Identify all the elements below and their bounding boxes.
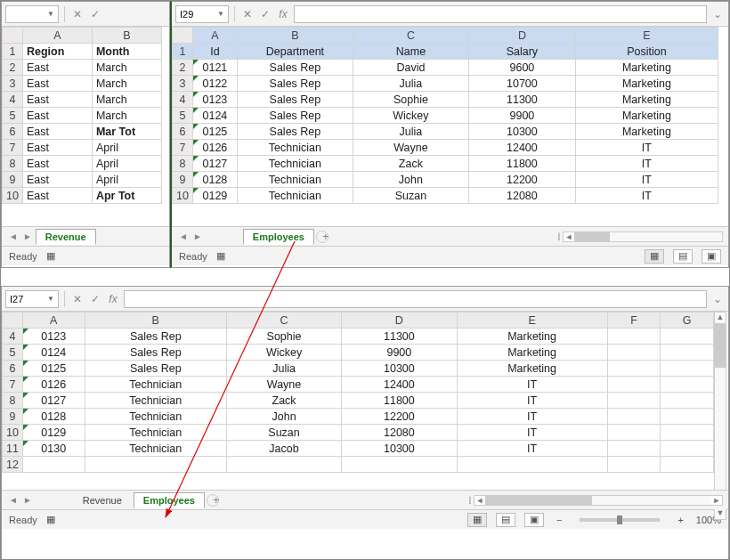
cell[interactable]: 0130	[22, 441, 85, 457]
cell[interactable]: John	[353, 172, 468, 188]
cell[interactable]: Wickey	[226, 345, 341, 361]
row-header[interactable]: 5	[173, 108, 193, 124]
cell[interactable]: Suzan	[353, 188, 468, 204]
name-box[interactable]: ▼	[5, 5, 59, 23]
cell[interactable]	[342, 457, 457, 473]
cell[interactable]: East	[22, 124, 92, 140]
col-header[interactable]: E	[457, 312, 607, 329]
row-header[interactable]: 7	[3, 377, 23, 393]
cell[interactable]: 0124	[22, 345, 85, 361]
add-sheet-button[interactable]: +	[207, 494, 219, 507]
cell[interactable]: David	[353, 60, 468, 76]
sheet-tab-revenue[interactable]: Revenue	[73, 492, 132, 508]
row-header[interactable]: 9	[3, 409, 23, 425]
view-page-layout-icon[interactable]: ▤	[496, 513, 515, 527]
cell[interactable]: IT	[457, 441, 607, 457]
cell[interactable]	[607, 425, 661, 441]
cell[interactable]: Name	[353, 44, 468, 60]
cell[interactable]: Sales Rep	[237, 60, 353, 76]
row-header[interactable]: 6	[3, 361, 23, 377]
cell[interactable]: 11300	[468, 92, 575, 108]
row-header[interactable]: 10	[3, 188, 23, 204]
tab-nav-prev-icon[interactable]: ◄	[7, 231, 20, 241]
cell[interactable]: IT	[575, 172, 718, 188]
row-header[interactable]: 12	[3, 457, 23, 473]
cell[interactable]: Id	[192, 44, 237, 60]
row-header[interactable]: 9	[173, 172, 193, 188]
cell[interactable]: IT	[575, 188, 718, 204]
name-box[interactable]: I27 ▼	[5, 290, 59, 308]
cell[interactable]: 12400	[468, 140, 575, 156]
cell[interactable]: East	[22, 172, 92, 188]
cell[interactable]: 12200	[342, 409, 457, 425]
tab-nav-prev-icon[interactable]: ◄	[7, 495, 20, 505]
cell[interactable]: 0121	[192, 60, 237, 76]
row-header[interactable]: 11	[3, 441, 23, 457]
row-header[interactable]: 4	[3, 92, 23, 108]
cell[interactable]	[607, 393, 661, 409]
cell[interactable]: Zack	[226, 393, 341, 409]
row-header[interactable]: 8	[173, 156, 193, 172]
cell[interactable]	[607, 441, 661, 457]
cell[interactable]: 12200	[468, 172, 575, 188]
cell[interactable]: Sophie	[353, 92, 468, 108]
cell[interactable]: East	[22, 156, 92, 172]
row-header[interactable]: 2	[173, 60, 193, 76]
cell[interactable]: 10700	[468, 76, 575, 92]
cell[interactable]: IT	[575, 156, 718, 172]
cell[interactable]: Technician	[85, 409, 226, 425]
cell[interactable]: Marketing	[575, 76, 718, 92]
cell[interactable]: East	[22, 60, 92, 76]
cell[interactable]: 0126	[22, 377, 85, 393]
macro-record-icon[interactable]: ▦	[216, 250, 225, 262]
col-header[interactable]: E	[575, 28, 718, 44]
view-page-break-icon[interactable]: ▣	[702, 249, 721, 264]
cell[interactable]	[226, 457, 341, 473]
formula-input[interactable]	[124, 290, 707, 308]
enter-icon[interactable]: ✓	[88, 292, 102, 306]
cell[interactable]: IT	[457, 377, 607, 393]
cell[interactable]: 12080	[468, 188, 575, 204]
row-header[interactable]: 9	[3, 172, 23, 188]
fx-icon[interactable]: fx	[276, 7, 290, 21]
col-header[interactable]: B	[237, 28, 353, 44]
cell[interactable]: Apr Tot	[92, 188, 161, 204]
cell[interactable]: March	[92, 92, 161, 108]
cell[interactable]	[661, 345, 714, 361]
cell[interactable]: IT	[457, 393, 607, 409]
sheet-tab-employees[interactable]: Employees	[134, 492, 205, 508]
cell[interactable]: March	[92, 76, 161, 92]
cell[interactable]	[661, 329, 714, 345]
cell[interactable]: Salary	[468, 44, 575, 60]
sheet-tab-employees[interactable]: Employees	[243, 229, 314, 245]
cell[interactable]: Julia	[353, 124, 468, 140]
row-header[interactable]: 2	[3, 60, 23, 76]
cell[interactable]: Sales Rep	[85, 329, 226, 345]
col-header[interactable]: D	[342, 312, 457, 329]
cell[interactable]: Zack	[353, 156, 468, 172]
scroll-down-icon[interactable]: ▼	[715, 508, 726, 519]
cell[interactable]	[85, 457, 226, 473]
row-header[interactable]: 7	[173, 140, 193, 156]
cell[interactable]: Marketing	[575, 124, 718, 140]
cell[interactable]: 10300	[342, 361, 457, 377]
horizontal-scrollbar[interactable]: ◄ ►	[474, 495, 723, 506]
row-header[interactable]: 5	[3, 345, 23, 361]
cell[interactable]: Position	[575, 44, 718, 60]
cancel-icon[interactable]: ✕	[70, 7, 85, 21]
cell[interactable]: IT	[457, 409, 607, 425]
cell[interactable]: 12080	[342, 425, 457, 441]
row-header[interactable]: 1	[173, 44, 193, 60]
col-header[interactable]: A	[22, 312, 85, 329]
cell[interactable]: 10300	[468, 124, 575, 140]
cell[interactable]	[661, 441, 714, 457]
cell[interactable]: East	[22, 188, 92, 204]
col-header[interactable]: C	[353, 28, 468, 44]
zoom-in-button[interactable]: +	[674, 515, 686, 525]
cell[interactable]: Marketing	[575, 92, 718, 108]
cell[interactable]: 0128	[192, 172, 237, 188]
cell[interactable]: Marketing	[457, 329, 607, 345]
formula-input[interactable]	[294, 5, 707, 23]
cell[interactable]: 0125	[192, 124, 237, 140]
cell[interactable]: April	[92, 140, 161, 156]
